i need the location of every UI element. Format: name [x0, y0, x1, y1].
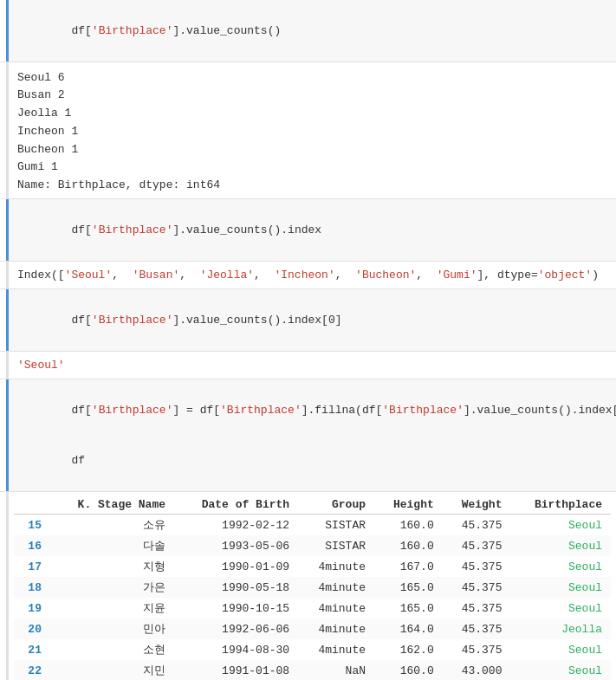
code-line-4b: df — [17, 436, 616, 487]
cell-index: 20 — [14, 618, 50, 639]
code-token: df[ — [71, 24, 91, 37]
cell-height: 165.0 — [374, 598, 443, 618]
cell-gutter-3 — [0, 289, 9, 351]
output-gutter-1 — [0, 62, 9, 199]
cell-birthplace: Seoul — [510, 660, 611, 680]
cell-name: 가은 — [50, 577, 174, 598]
cell-weight: 43.000 — [443, 660, 511, 680]
vc-label: Incheon — [17, 125, 65, 138]
cell-name: 지윤 — [50, 598, 174, 618]
cell-index: 18 — [14, 577, 50, 598]
cell-weight: 45.375 — [443, 556, 511, 577]
cell-group: 4minute — [298, 618, 374, 639]
cell-dob: 1990-10-15 — [174, 598, 298, 618]
cell-code-content-1[interactable]: df['Birthplace'].value_counts() — [9, 0, 616, 62]
cell-code-content-3[interactable]: df['Birthplace'].value_counts().index[0] — [9, 289, 616, 351]
cell-dob: 1991-01-08 — [174, 660, 298, 680]
cell-name: 소현 — [50, 639, 174, 660]
cell-code-content-2[interactable]: df['Birthplace'].value_counts().index — [9, 199, 616, 261]
vc-value: 1 — [65, 143, 79, 156]
cell-index: 17 — [14, 556, 50, 577]
cell-name: 소유 — [50, 515, 174, 536]
cell-group: 4minute — [298, 639, 374, 660]
code-token: ].fillna(df[ — [302, 404, 383, 417]
vc-row: Gumi 1 — [17, 159, 607, 177]
code-cell-1[interactable]: df['Birthplace'].value_counts() — [0, 0, 616, 62]
col-header-height: Height — [374, 495, 443, 515]
vc-row: Incheon 1 — [17, 123, 607, 141]
vc-label: Busan — [17, 88, 51, 101]
cell-height: 162.0 — [374, 639, 443, 660]
cell-weight: 45.375 — [443, 577, 511, 598]
table-row: 17지형1990-01-094minute167.045.375Seoul — [14, 556, 611, 577]
cell-birthplace: Seoul — [510, 639, 611, 660]
cell-group: SISTAR — [298, 515, 374, 536]
table-row: 19지윤1990-10-154minute165.045.375Seoul — [14, 598, 611, 618]
vc-row: Bucheon 1 — [17, 141, 607, 159]
table-row: 22지민1991-01-08NaN160.043.000Seoul — [14, 660, 611, 680]
col-header-index — [14, 495, 50, 515]
cell-group: 4minute — [298, 598, 374, 618]
dtype-line: Name: Birthplace, dtype: int64 — [17, 178, 607, 191]
table-row: 18가은1990-05-184minute165.045.375Seoul — [14, 577, 611, 598]
cell-height: 164.0 — [374, 618, 443, 639]
cell-index: 21 — [14, 639, 50, 660]
cell-group: 4minute — [298, 556, 374, 577]
output-content-1: Seoul 6 Busan 2 Jeolla 1 Incheon 1 Buche… — [9, 62, 616, 199]
cell-index: 19 — [14, 598, 50, 618]
code-token-birthplace4c: 'Birthplace' — [382, 404, 464, 417]
cell-weight: 45.375 — [443, 515, 511, 536]
cell-gutter-4 — [0, 379, 9, 491]
cell-name: 지형 — [50, 556, 174, 577]
cell-birthplace: Seoul — [510, 556, 611, 577]
cell-height: 160.0 — [374, 515, 443, 536]
cell-group: SISTAR — [298, 535, 374, 556]
output-content-2: Index(['Seoul', 'Busan', 'Jeolla', 'Inch… — [9, 262, 616, 289]
table-row: 21소현1994-08-304minute162.045.375Seoul — [14, 639, 611, 660]
output-table-content: K. Stage Name Date of Birth Group Height… — [9, 492, 616, 680]
code-cell-2[interactable]: df['Birthplace'].value_counts().index — [0, 199, 616, 262]
code-token: ].value_counts().index — [172, 223, 321, 236]
cell-dob: 1990-01-09 — [174, 556, 298, 577]
vc-label: Seoul — [17, 71, 51, 84]
vc-value: 6 — [51, 71, 65, 84]
cell-weight: 45.375 — [443, 639, 511, 660]
cell-birthplace: Seoul — [510, 515, 611, 536]
code-line-1: df['Birthplace'].value_counts() — [17, 5, 607, 56]
code-token: df[ — [71, 314, 91, 327]
output-content-3: 'Seoul' — [9, 352, 616, 379]
cell-dob: 1990-05-18 — [174, 577, 298, 598]
cell-gutter-2 — [0, 199, 9, 261]
cell-height: 167.0 — [374, 556, 443, 577]
vc-value: 2 — [51, 88, 65, 101]
code-token-birthplace4a: 'Birthplace' — [92, 404, 173, 417]
vc-label: Gumi — [17, 160, 44, 173]
code-token-birthplace2: 'Birthplace' — [92, 223, 173, 236]
cell-weight: 45.375 — [443, 618, 511, 639]
output-cell-2: Index(['Seoul', 'Busan', 'Jeolla', 'Inch… — [0, 262, 616, 290]
cell-weight: 45.375 — [443, 535, 511, 556]
code-cell-3[interactable]: df['Birthplace'].value_counts().index[0] — [0, 289, 616, 352]
cell-gutter-1 — [0, 0, 9, 62]
code-token: ] = df[ — [172, 404, 220, 417]
vc-value: 1 — [58, 107, 72, 120]
cell-height: 165.0 — [374, 577, 443, 598]
cell-name: 지민 — [50, 660, 174, 680]
col-header-dob: Date of Birth — [174, 495, 298, 515]
code-token: df[ — [71, 223, 91, 236]
cell-birthplace: Seoul — [510, 598, 611, 618]
output-gutter-3 — [0, 352, 9, 379]
notebook: df['Birthplace'].value_counts() Seoul 6 … — [0, 0, 616, 680]
cell-index: 15 — [14, 515, 50, 536]
output-seoul-line: 'Seoul' — [17, 357, 607, 374]
cell-dob: 1994-08-30 — [174, 639, 298, 660]
output-cell-3: 'Seoul' — [0, 352, 616, 380]
code-token-birthplace3: 'Birthplace' — [92, 314, 173, 327]
code-line-3: df['Birthplace'].value_counts().index[0] — [17, 295, 607, 346]
code-cell-4[interactable]: df['Birthplace'] = df['Birthplace'].fill… — [0, 379, 616, 492]
cell-height: 160.0 — [374, 535, 443, 556]
cell-name: 민아 — [50, 618, 174, 639]
value-counts-output: Seoul 6 Busan 2 Jeolla 1 Incheon 1 Buche… — [17, 68, 607, 194]
cell-name: 다솔 — [50, 535, 174, 556]
cell-code-content-4[interactable]: df['Birthplace'] = df['Birthplace'].fill… — [9, 379, 616, 491]
